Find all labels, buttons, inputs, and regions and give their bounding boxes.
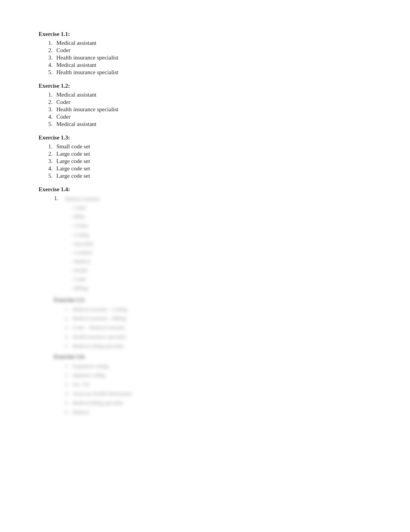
list-item: Coder [54, 99, 371, 105]
list-item: Medical assistant [54, 40, 371, 46]
list-item: Large code set [54, 158, 371, 165]
exercise-1-1-section: Exercise 1.1: Medical assistant Coder He… [39, 31, 371, 76]
exercise-1-3-list: Small code set Large code set Large code… [54, 143, 371, 179]
exercise-1-4-content: 1. Medical assistant - Coder - Biller - … [54, 195, 371, 416]
exercise-1-4-title: Exercise 1.4: [39, 186, 371, 193]
exercise-1-1-title: Exercise 1.1: [39, 31, 371, 37]
list-item: Health insurance specialist [54, 106, 371, 113]
list-item: Small code set [54, 143, 371, 150]
blurred-content-3: 1. Outpatient coding 2. Inpatient coding… [65, 362, 371, 416]
exercise-1-3-title: Exercise 1.3: [39, 134, 371, 141]
list-item: Health insurance specialist [54, 69, 371, 76]
blurred-section-title-1: Exercise 1.5: [54, 297, 371, 303]
list-item: Large code set [54, 173, 371, 179]
list-item: Medical assistant [54, 92, 371, 98]
blurred-content-1: Medical assistant - Coder - Biller - Cla… [65, 195, 100, 294]
list-item: Medical assistant [54, 62, 371, 68]
exercise-1-2-list: Medical assistant Coder Health insurance… [54, 92, 371, 127]
list-item: Coder [54, 114, 371, 120]
exercise-1-4-section: Exercise 1.4: 1. Medical assistant - Cod… [39, 186, 371, 416]
exercise-1-3-section: Exercise 1.3: Small code set Large code … [39, 134, 371, 179]
list-number: 1. [54, 195, 65, 202]
exercise-1-1-list: Medical assistant Coder Health insurance… [54, 40, 371, 76]
list-item: Coder [54, 47, 371, 54]
list-item: Large code set [54, 165, 371, 172]
blurred-content-2: 1. Medical assistant – Coding 2. Medical… [65, 306, 371, 350]
list-item: Medical assistant [54, 121, 371, 127]
blurred-section-title-2: Exercise 1.6: [54, 354, 371, 360]
exercise-1-2-title: Exercise 1.2: [39, 83, 371, 89]
list-item: Health insurance specialist [54, 54, 371, 61]
list-item: Large code set [54, 151, 371, 157]
exercise-1-2-section: Exercise 1.2: Medical assistant Coder He… [39, 83, 371, 127]
